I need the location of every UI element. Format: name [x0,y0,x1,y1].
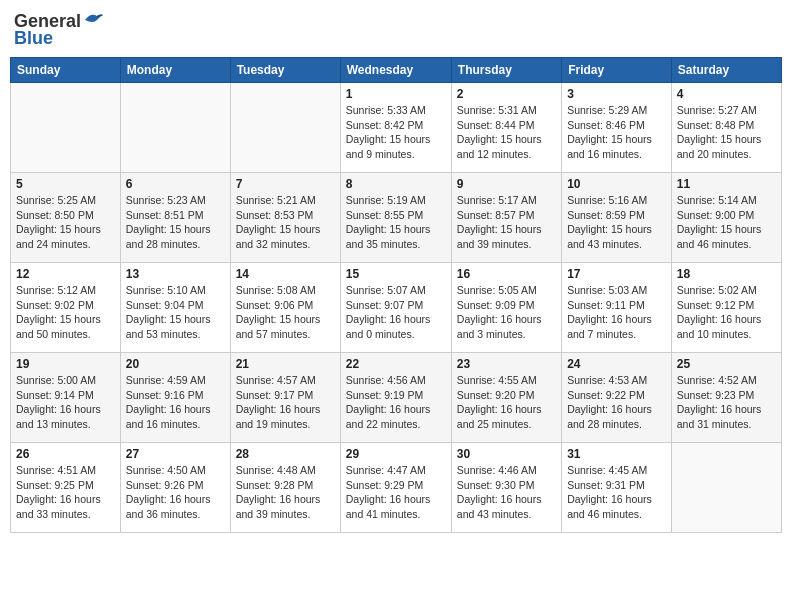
day-info: Sunrise: 5:17 AM Sunset: 8:57 PM Dayligh… [457,193,556,252]
day-number: 23 [457,357,556,371]
day-info: Sunrise: 5:07 AM Sunset: 9:07 PM Dayligh… [346,283,446,342]
day-info: Sunrise: 5:02 AM Sunset: 9:12 PM Dayligh… [677,283,776,342]
day-number: 27 [126,447,225,461]
calendar-cell [11,83,121,173]
calendar-cell: 7Sunrise: 5:21 AM Sunset: 8:53 PM Daylig… [230,173,340,263]
day-info: Sunrise: 4:53 AM Sunset: 9:22 PM Dayligh… [567,373,666,432]
day-number: 30 [457,447,556,461]
day-info: Sunrise: 4:55 AM Sunset: 9:20 PM Dayligh… [457,373,556,432]
calendar-cell: 13Sunrise: 5:10 AM Sunset: 9:04 PM Dayli… [120,263,230,353]
day-info: Sunrise: 4:56 AM Sunset: 9:19 PM Dayligh… [346,373,446,432]
calendar-cell: 14Sunrise: 5:08 AM Sunset: 9:06 PM Dayli… [230,263,340,353]
calendar-cell [230,83,340,173]
day-number: 5 [16,177,115,191]
day-number: 2 [457,87,556,101]
day-number: 17 [567,267,666,281]
calendar-cell: 6Sunrise: 5:23 AM Sunset: 8:51 PM Daylig… [120,173,230,263]
day-info: Sunrise: 4:59 AM Sunset: 9:16 PM Dayligh… [126,373,225,432]
calendar-cell: 1Sunrise: 5:33 AM Sunset: 8:42 PM Daylig… [340,83,451,173]
day-number: 6 [126,177,225,191]
logo-blue-text: Blue [14,28,53,49]
day-info: Sunrise: 4:48 AM Sunset: 9:28 PM Dayligh… [236,463,335,522]
calendar-cell: 26Sunrise: 4:51 AM Sunset: 9:25 PM Dayli… [11,443,121,533]
day-info: Sunrise: 5:31 AM Sunset: 8:44 PM Dayligh… [457,103,556,162]
week-row-2: 5Sunrise: 5:25 AM Sunset: 8:50 PM Daylig… [11,173,782,263]
day-info: Sunrise: 5:03 AM Sunset: 9:11 PM Dayligh… [567,283,666,342]
day-info: Sunrise: 4:47 AM Sunset: 9:29 PM Dayligh… [346,463,446,522]
day-info: Sunrise: 5:29 AM Sunset: 8:46 PM Dayligh… [567,103,666,162]
day-info: Sunrise: 5:08 AM Sunset: 9:06 PM Dayligh… [236,283,335,342]
calendar-cell: 9Sunrise: 5:17 AM Sunset: 8:57 PM Daylig… [451,173,561,263]
day-info: Sunrise: 5:21 AM Sunset: 8:53 PM Dayligh… [236,193,335,252]
day-info: Sunrise: 4:51 AM Sunset: 9:25 PM Dayligh… [16,463,115,522]
weekday-header-tuesday: Tuesday [230,58,340,83]
day-number: 11 [677,177,776,191]
day-info: Sunrise: 4:50 AM Sunset: 9:26 PM Dayligh… [126,463,225,522]
day-number: 26 [16,447,115,461]
day-number: 24 [567,357,666,371]
calendar-cell: 29Sunrise: 4:47 AM Sunset: 9:29 PM Dayli… [340,443,451,533]
day-info: Sunrise: 5:12 AM Sunset: 9:02 PM Dayligh… [16,283,115,342]
day-number: 12 [16,267,115,281]
day-number: 19 [16,357,115,371]
calendar-cell: 19Sunrise: 5:00 AM Sunset: 9:14 PM Dayli… [11,353,121,443]
calendar-cell: 20Sunrise: 4:59 AM Sunset: 9:16 PM Dayli… [120,353,230,443]
calendar-table: SundayMondayTuesdayWednesdayThursdayFrid… [10,57,782,533]
day-number: 7 [236,177,335,191]
day-info: Sunrise: 4:45 AM Sunset: 9:31 PM Dayligh… [567,463,666,522]
weekday-header-row: SundayMondayTuesdayWednesdayThursdayFrid… [11,58,782,83]
day-number: 8 [346,177,446,191]
calendar-cell: 4Sunrise: 5:27 AM Sunset: 8:48 PM Daylig… [671,83,781,173]
day-number: 15 [346,267,446,281]
day-info: Sunrise: 4:46 AM Sunset: 9:30 PM Dayligh… [457,463,556,522]
weekday-header-sunday: Sunday [11,58,121,83]
day-number: 14 [236,267,335,281]
day-number: 1 [346,87,446,101]
calendar-cell [671,443,781,533]
day-number: 16 [457,267,556,281]
day-number: 13 [126,267,225,281]
day-number: 3 [567,87,666,101]
calendar-cell: 23Sunrise: 4:55 AM Sunset: 9:20 PM Dayli… [451,353,561,443]
calendar-cell: 28Sunrise: 4:48 AM Sunset: 9:28 PM Dayli… [230,443,340,533]
week-row-1: 1Sunrise: 5:33 AM Sunset: 8:42 PM Daylig… [11,83,782,173]
day-info: Sunrise: 4:52 AM Sunset: 9:23 PM Dayligh… [677,373,776,432]
day-number: 31 [567,447,666,461]
day-number: 9 [457,177,556,191]
calendar-cell: 12Sunrise: 5:12 AM Sunset: 9:02 PM Dayli… [11,263,121,353]
calendar-cell: 18Sunrise: 5:02 AM Sunset: 9:12 PM Dayli… [671,263,781,353]
logo-bird-icon [83,10,105,32]
calendar-cell: 5Sunrise: 5:25 AM Sunset: 8:50 PM Daylig… [11,173,121,263]
calendar-cell: 15Sunrise: 5:07 AM Sunset: 9:07 PM Dayli… [340,263,451,353]
calendar-cell: 10Sunrise: 5:16 AM Sunset: 8:59 PM Dayli… [562,173,672,263]
week-row-5: 26Sunrise: 4:51 AM Sunset: 9:25 PM Dayli… [11,443,782,533]
day-number: 25 [677,357,776,371]
week-row-3: 12Sunrise: 5:12 AM Sunset: 9:02 PM Dayli… [11,263,782,353]
day-info: Sunrise: 5:05 AM Sunset: 9:09 PM Dayligh… [457,283,556,342]
day-number: 29 [346,447,446,461]
logo: General Blue [14,10,105,49]
calendar-cell: 31Sunrise: 4:45 AM Sunset: 9:31 PM Dayli… [562,443,672,533]
day-number: 20 [126,357,225,371]
day-info: Sunrise: 5:27 AM Sunset: 8:48 PM Dayligh… [677,103,776,162]
day-number: 10 [567,177,666,191]
page-header: General Blue [10,10,782,49]
day-info: Sunrise: 5:23 AM Sunset: 8:51 PM Dayligh… [126,193,225,252]
day-number: 28 [236,447,335,461]
day-info: Sunrise: 5:19 AM Sunset: 8:55 PM Dayligh… [346,193,446,252]
calendar-cell: 24Sunrise: 4:53 AM Sunset: 9:22 PM Dayli… [562,353,672,443]
calendar-cell: 3Sunrise: 5:29 AM Sunset: 8:46 PM Daylig… [562,83,672,173]
calendar-cell: 11Sunrise: 5:14 AM Sunset: 9:00 PM Dayli… [671,173,781,263]
day-info: Sunrise: 5:33 AM Sunset: 8:42 PM Dayligh… [346,103,446,162]
weekday-header-thursday: Thursday [451,58,561,83]
day-info: Sunrise: 5:16 AM Sunset: 8:59 PM Dayligh… [567,193,666,252]
calendar-cell: 16Sunrise: 5:05 AM Sunset: 9:09 PM Dayli… [451,263,561,353]
day-number: 18 [677,267,776,281]
day-info: Sunrise: 5:14 AM Sunset: 9:00 PM Dayligh… [677,193,776,252]
calendar-cell: 17Sunrise: 5:03 AM Sunset: 9:11 PM Dayli… [562,263,672,353]
weekday-header-wednesday: Wednesday [340,58,451,83]
calendar-cell [120,83,230,173]
calendar-cell: 25Sunrise: 4:52 AM Sunset: 9:23 PM Dayli… [671,353,781,443]
week-row-4: 19Sunrise: 5:00 AM Sunset: 9:14 PM Dayli… [11,353,782,443]
day-info: Sunrise: 5:25 AM Sunset: 8:50 PM Dayligh… [16,193,115,252]
